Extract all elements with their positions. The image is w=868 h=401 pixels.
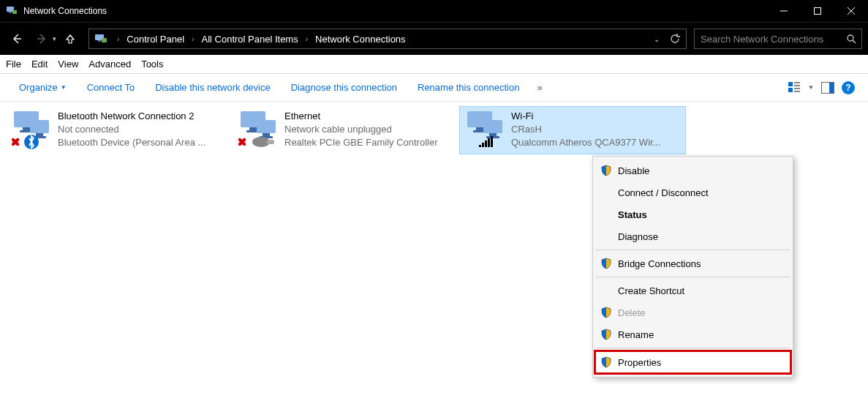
- back-button[interactable]: [6, 28, 28, 50]
- menu-file[interactable]: File: [6, 59, 21, 70]
- maximize-button[interactable]: [801, 0, 834, 22]
- context-menu-item[interactable]: Status: [595, 203, 791, 225]
- svg-rect-1: [9, 12, 12, 13]
- svg-rect-2: [12, 10, 17, 14]
- connection-name: Ethernet: [284, 110, 438, 123]
- context-menu-label: Delete: [618, 307, 646, 318]
- menu-edit[interactable]: Edit: [31, 59, 48, 70]
- context-menu-label: Create Shortcut: [618, 285, 684, 296]
- context-menu-item: Delete: [595, 301, 791, 323]
- context-menu-label: Status: [618, 209, 647, 220]
- address-bar[interactable]: › Control Panel › All Control Panel Item…: [88, 29, 687, 49]
- preview-pane-button[interactable]: [821, 82, 834, 94]
- help-button[interactable]: ?: [842, 81, 855, 94]
- connection-icon: [10, 110, 52, 149]
- connection-name: Bluetooth Network Connection 2: [58, 110, 205, 123]
- search-icon[interactable]: [841, 34, 861, 44]
- context-menu-item[interactable]: Diagnose: [595, 225, 791, 247]
- shield-icon: [600, 307, 612, 318]
- connection-item[interactable]: EthernetNetwork cable unpluggedRealtek P…: [233, 106, 459, 154]
- context-menu-item[interactable]: Create Shortcut: [595, 280, 791, 301]
- chevron-right-icon[interactable]: ›: [113, 35, 124, 43]
- address-dropdown-button[interactable]: ⌄: [649, 35, 664, 43]
- cmd-diagnose[interactable]: Diagnose this connection: [281, 82, 407, 93]
- context-menu-label: Diagnose: [618, 231, 658, 242]
- svg-rect-14: [788, 82, 793, 86]
- cmd-connect-to[interactable]: Connect To: [77, 82, 146, 93]
- connection-item[interactable]: Bluetooth Network Connection 2Not connec…: [6, 106, 233, 154]
- up-button[interactable]: [59, 28, 81, 50]
- svg-rect-22: [267, 140, 274, 144]
- navigation-bar: ▾ › Control Panel › All Control Panel It…: [0, 22, 868, 55]
- svg-point-12: [848, 35, 853, 41]
- chevron-right-icon[interactable]: ›: [187, 35, 198, 43]
- context-menu-item[interactable]: Properties: [594, 350, 792, 375]
- context-menu-separator: [596, 348, 790, 348]
- close-button[interactable]: [834, 0, 868, 22]
- menu-advanced[interactable]: Advanced: [88, 59, 131, 70]
- connection-status: CRasH: [511, 123, 660, 136]
- minimize-button[interactable]: [767, 0, 801, 22]
- shield-icon: [600, 356, 612, 368]
- breadcrumb-item[interactable]: Network Connections: [312, 29, 409, 48]
- connections-list: Bluetooth Network Connection 2Not connec…: [0, 102, 868, 159]
- connection-icon: [236, 110, 279, 149]
- svg-line-13: [853, 40, 856, 43]
- context-menu-item[interactable]: Bridge Connections: [595, 252, 791, 274]
- svg-rect-11: [102, 38, 107, 42]
- connection-device: Bluetooth Device (Personal Area ...: [58, 136, 205, 149]
- connection-status: Network cable unplugged: [284, 123, 438, 136]
- context-menu-item[interactable]: Rename: [595, 323, 791, 345]
- connection-device: Realtek PCIe GBE Family Controller: [284, 136, 438, 149]
- organize-label: Organize: [19, 82, 58, 93]
- menu-view[interactable]: View: [58, 59, 78, 70]
- connection-device: Qualcomm Atheros QCA9377 Wir...: [511, 136, 660, 149]
- view-dropdown-button[interactable]: ▼: [808, 84, 814, 91]
- location-icon: [94, 31, 108, 46]
- shield-icon: [600, 165, 612, 176]
- menu-bar: File Edit View Advanced Tools: [0, 55, 868, 74]
- recent-locations-button[interactable]: ▾: [53, 35, 56, 42]
- context-menu-label: Properties: [618, 357, 661, 368]
- shield-icon: [600, 329, 612, 340]
- chevron-down-icon: ▼: [61, 84, 67, 91]
- chevron-right-icon[interactable]: ›: [301, 35, 312, 43]
- refresh-button[interactable]: [664, 34, 686, 44]
- context-menu-label: Bridge Connections: [618, 258, 701, 269]
- organize-button[interactable]: Organize ▼: [9, 82, 77, 93]
- window-title: Network Connections: [23, 6, 107, 16]
- svg-rect-18: [794, 88, 800, 89]
- connection-name: Wi-Fi: [511, 110, 660, 123]
- search-box[interactable]: [694, 29, 862, 49]
- search-input[interactable]: [695, 34, 841, 45]
- context-menu-label: Rename: [618, 329, 654, 340]
- breadcrumb-item[interactable]: Control Panel: [124, 29, 187, 48]
- menu-tools[interactable]: Tools: [141, 59, 163, 70]
- cmd-rename[interactable]: Rename this connection: [407, 82, 529, 93]
- context-menu-separator: [596, 277, 790, 277]
- context-menu-item[interactable]: Connect / Disconnect: [595, 181, 791, 203]
- context-menu: DisableConnect / DisconnectStatusDiagnos…: [592, 156, 793, 378]
- context-menu-label: Disable: [618, 165, 649, 176]
- change-view-button[interactable]: [788, 81, 801, 94]
- title-bar: Network Connections: [0, 0, 868, 22]
- context-menu-item[interactable]: Disable: [595, 160, 791, 181]
- connection-status: Not connected: [58, 123, 205, 136]
- forward-button[interactable]: [31, 28, 53, 50]
- svg-rect-10: [98, 40, 101, 42]
- context-menu-separator: [596, 250, 790, 250]
- breadcrumb-item[interactable]: All Control Panel Items: [198, 29, 301, 48]
- cmd-disable-device[interactable]: Disable this network device: [145, 82, 281, 93]
- svg-rect-16: [794, 85, 800, 86]
- app-icon: [6, 5, 18, 17]
- svg-rect-19: [794, 91, 800, 92]
- svg-rect-17: [788, 88, 793, 92]
- cmd-overflow-button[interactable]: »: [529, 82, 549, 93]
- shield-icon: [600, 258, 612, 269]
- connection-icon: [463, 110, 505, 149]
- connection-item[interactable]: Wi-FiCRasHQualcomm Atheros QCA9377 Wir..…: [459, 106, 686, 154]
- context-menu-label: Connect / Disconnect: [618, 187, 709, 198]
- command-bar: Organize ▼ Connect To Disable this netwo…: [0, 74, 868, 102]
- svg-rect-4: [815, 8, 821, 15]
- svg-rect-15: [794, 82, 800, 83]
